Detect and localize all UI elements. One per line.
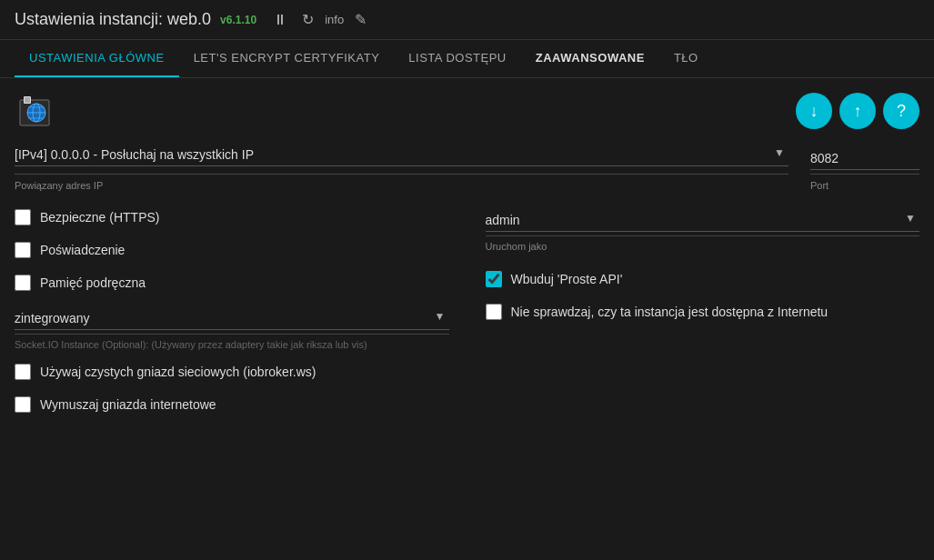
form-section: ▼ Powiązany adres IP Port Bezpieczne (HT… [15,144,919,429]
port-input[interactable] [810,147,919,170]
force-ws-checkbox[interactable] [15,396,31,413]
left-column: Bezpieczne (HTTPS) Poświadczenie Pamięć … [15,209,486,429]
ws-checkbox[interactable] [15,364,31,380]
ip-input[interactable] [15,144,788,166]
cert-checkbox-row: Poświadczenie [15,242,449,258]
ip-field-label: Powiązany adres IP [15,180,788,191]
cache-checkbox-row: Pamięć podręczna [15,275,449,291]
globe-icon [15,93,58,136]
tab-letsencrypt[interactable]: LET'S ENCRYPT CERTYFIKATY [179,40,395,77]
info-link[interactable]: info [325,13,344,26]
https-label[interactable]: Bezpieczne (HTTPS) [40,210,159,225]
internet-checkbox[interactable] [486,304,502,320]
header: Ustawienia instancji: web.0 v6.1.10 ⏸ ↻ … [0,0,934,40]
tab-lista[interactable]: LISTA DOSTĘPU [394,40,520,77]
ip-select-wrapper: ▼ [15,144,788,166]
port-label: Port [810,180,919,191]
svg-rect-7 [25,97,30,103]
socket-io-hint: Socket.IO Instance (Optional): (Używany … [15,339,367,350]
run-as-select[interactable]: admin [486,209,920,232]
socket-select-wrapper: zintegrowany ▼ [15,307,449,330]
tab-tlo[interactable]: TŁO [659,40,713,77]
help-button[interactable]: ? [883,93,919,129]
cert-label[interactable]: Poświadczenie [40,243,125,257]
cert-checkbox[interactable] [15,242,31,258]
tab-zaawansowane[interactable]: ZAAWANSOWANE [521,40,659,77]
cache-label[interactable]: Pamięć podręczna [40,275,146,290]
socket-io-select[interactable]: zintegrowany [15,307,449,330]
port-field: Port [810,147,919,191]
run-as-field: admin ▼ Uruchom jako [486,209,920,253]
version-badge: v6.1.10 [220,14,256,26]
cache-checkbox[interactable] [15,275,31,291]
edit-button[interactable]: ✎ [351,9,370,30]
action-buttons: ↓ ↑ ? [796,93,919,129]
force-ws-label[interactable]: Wymuszaj gniazda internetowe [40,397,216,412]
top-row: ↓ ↑ ? [15,93,919,136]
socket-io-field: zintegrowany ▼ Socket.IO Instance (Optio… [15,307,449,351]
tab-ustawienia[interactable]: USTAWIENIA GŁÓWNE [15,40,179,77]
download-button[interactable]: ↓ [796,93,832,129]
run-as-wrapper: admin ▼ [486,209,920,232]
ws-label[interactable]: Używaj czystych gniazd sieciowych (iobro… [40,365,316,379]
api-checkbox[interactable] [486,271,502,287]
api-checkbox-row: Wbuduj 'Proste API' [486,271,920,287]
header-icons: ⏸ ↻ info ✎ [269,9,370,30]
https-checkbox-row: Bezpieczne (HTTPS) [15,209,449,225]
ws-checkbox-row: Używaj czystych gniazd sieciowych (iobro… [15,364,449,380]
force-ws-checkbox-row: Wymuszaj gniazda internetowe [15,396,449,413]
page-title: Ustawienia instancji: web.0 [15,10,211,29]
https-checkbox[interactable] [15,209,31,225]
refresh-button[interactable]: ↻ [298,9,317,30]
right-column: admin ▼ Uruchom jako Wbuduj 'Proste API'… [486,209,920,429]
ip-port-row: ▼ Powiązany adres IP Port [15,144,919,191]
api-label[interactable]: Wbuduj 'Proste API' [511,272,623,286]
ip-field: ▼ Powiązany adres IP [15,144,788,191]
internet-checkbox-row: Nie sprawdzaj, czy ta instancja jest dos… [486,304,920,320]
tabs-nav: USTAWIENIA GŁÓWNE LET'S ENCRYPT CERTYFIK… [0,40,934,78]
pause-button[interactable]: ⏸ [269,10,291,30]
upload-button[interactable]: ↑ [839,93,876,129]
internet-label[interactable]: Nie sprawdzaj, czy ta instancja jest dos… [511,305,829,319]
two-column-layout: Bezpieczne (HTTPS) Poświadczenie Pamięć … [15,209,919,429]
main-content: ↓ ↑ ? ▼ Powiązany adres IP [0,78,934,444]
run-as-label: Uruchom jako [486,241,547,252]
